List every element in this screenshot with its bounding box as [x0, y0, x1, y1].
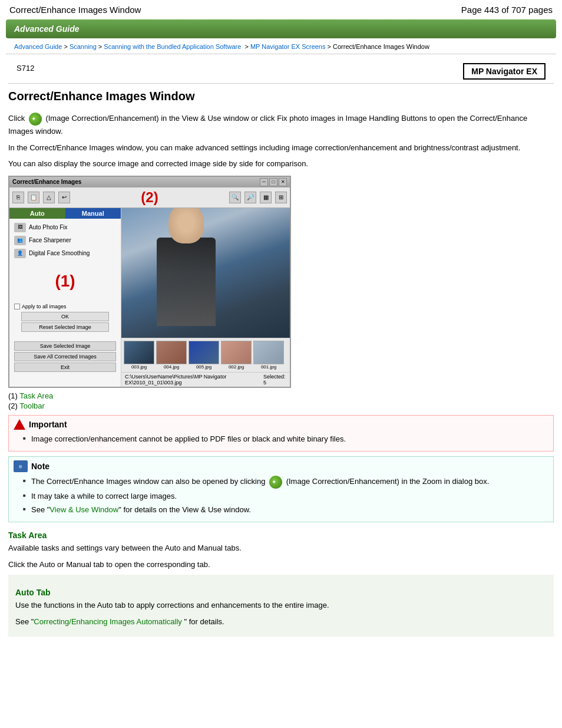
main-content: S712 MP Navigator EX Correct/Enhance Ima… — [0, 54, 562, 645]
note-header: Note — [9, 457, 553, 473]
note-box: Note The Correct/Enhance Images window c… — [8, 456, 554, 522]
auto-photo-fix-icon: 🖼 — [14, 223, 26, 232]
option-face-sharpener[interactable]: 👥 Face Sharpener — [9, 234, 121, 247]
note-content: The Correct/Enhance Images window can al… — [9, 473, 553, 522]
auto-tab-para-2-prefix: See " — [15, 617, 34, 626]
toolbar-copy-icon[interactable]: ⎘ — [12, 192, 24, 203]
thumb-img-001 — [253, 341, 284, 364]
note-icon — [14, 460, 28, 472]
reset-button[interactable]: Reset Selected Image — [21, 322, 109, 332]
correcting-images-link[interactable]: Correcting/Enhancing Images Automaticall… — [34, 617, 184, 626]
important-heading: Important — [29, 420, 67, 429]
advanced-guide-label: Advanced Guide — [14, 24, 79, 34]
thumb-img-004 — [156, 341, 187, 364]
ref-label-1-prefix: (1) — [8, 391, 19, 400]
ref-label-2-prefix: (2) — [8, 401, 19, 410]
save-all-button[interactable]: Save All Corrected Images — [14, 352, 116, 361]
toolbar-link[interactable]: Toolbar — [19, 401, 45, 410]
apply-all-checkbox[interactable] — [14, 304, 20, 309]
screenshot-toolbar: ⎘ 📋 △ ↩ (2) 🔍 🔎 ▦ ⊞ — [9, 187, 290, 208]
breadcrumb-mp-navigator-screens[interactable]: MP Navigator EX Screens — [250, 43, 326, 50]
thumb-002[interactable]: 002.jpg — [221, 341, 252, 370]
task-area-heading: Task Area — [8, 531, 554, 540]
exit-button[interactable]: Exit — [14, 363, 116, 372]
note-item-1: The Correct/Enhance Images window can al… — [23, 476, 548, 489]
auto-tab-para-2: See "Correcting/Enhancing Images Automat… — [15, 616, 547, 628]
note-item-3: See "View & Use Window" for details on t… — [23, 504, 548, 516]
title-divider — [8, 83, 554, 84]
body-para-3: You can also display the source image an… — [8, 158, 554, 170]
screenshot-container: Correct/Enhance Images ─ □ ✕ ⎘ 📋 △ ↩ (2)… — [8, 176, 291, 388]
thumb-003[interactable]: 003.jpg — [124, 341, 154, 370]
option-auto-photo-fix-label: Auto Photo Fix — [29, 224, 68, 230]
thumb-img-002 — [221, 341, 252, 364]
page-main-title: Correct/Enhance Images Window — [8, 90, 554, 106]
ok-button-row: OK Reset Selected Image — [9, 311, 121, 334]
thumb-label-005: 005.jpg — [196, 364, 211, 370]
toolbar-redo-icon[interactable]: ↩ — [58, 192, 70, 203]
reference-labels: (1) Task Area (2) Toolbar — [8, 391, 554, 410]
screenshot-right-panel: 003.jpg 004.jpg 005.jpg 002.jpg — [121, 208, 290, 387]
status-selected: Selected: 5 — [263, 374, 286, 386]
maximize-button[interactable]: □ — [269, 178, 277, 186]
important-item-1: Image correction/enhancement cannot be a… — [23, 433, 548, 445]
toolbar-undo-icon[interactable]: △ — [43, 192, 55, 203]
body-para-2: In the Correct/Enhance Images window, yo… — [8, 142, 554, 154]
screenshot-body: Auto Manual 🖼 Auto Photo Fix 👥 Face Shar… — [9, 208, 290, 387]
thumb-005[interactable]: 005.jpg — [189, 341, 219, 370]
view-use-window-link[interactable]: View & Use Window — [49, 505, 118, 514]
close-button[interactable]: ✕ — [279, 178, 287, 186]
thumb-label-001: 001.jpg — [261, 364, 276, 370]
note-heading: Note — [31, 462, 49, 471]
status-path: C:\Users\UserName\Pictures\MP Navigator … — [125, 374, 263, 386]
tab-manual[interactable]: Manual — [65, 208, 121, 219]
tab-auto[interactable]: Auto — [9, 208, 65, 219]
thumb-001[interactable]: 001.jpg — [253, 341, 284, 370]
note-correction-icon — [269, 476, 282, 489]
window-title: Correct/Enhance Images Window — [9, 5, 141, 15]
ref-label-1: (1) Task Area — [8, 391, 554, 400]
auto-tab-para-2-suffix: " for details. — [184, 617, 224, 626]
thumb-img-005 — [189, 341, 219, 364]
thumb-label-004: 004.jpg — [164, 364, 179, 370]
breadcrumb: Advanced Guide > Scanning > Scanning wit… — [6, 41, 556, 54]
breadcrumb-bundled-software[interactable]: Scanning with the Bundled Application So… — [104, 43, 241, 50]
digital-face-smoothing-icon: 👤 — [14, 249, 26, 258]
thumb-label-002: 002.jpg — [229, 364, 244, 370]
task-area-link[interactable]: Task Area — [19, 391, 53, 400]
label-1: (1) — [9, 260, 121, 302]
titlebar-buttons: ─ □ ✕ — [260, 178, 287, 186]
main-image-preview — [121, 208, 290, 338]
breadcrumb-scanning[interactable]: Scanning — [70, 43, 97, 50]
ok-button[interactable]: OK — [21, 312, 109, 321]
auto-tab-para-1: Use the functions in the Auto tab to app… — [15, 599, 547, 611]
toolbar-settings-icon[interactable]: ⊞ — [275, 192, 287, 203]
auto-tab-heading: Auto Tab — [15, 588, 547, 597]
thumb-004[interactable]: 004.jpg — [156, 341, 187, 370]
page-header: Correct/Enhance Images Window Page 443 o… — [0, 0, 562, 17]
toolbar-paste-icon[interactable]: 📋 — [28, 192, 39, 203]
minimize-button[interactable]: ─ — [260, 178, 268, 186]
toolbar-view-icon[interactable]: ▦ — [260, 192, 272, 203]
important-box: Important Image correction/enhancement c… — [8, 415, 554, 452]
screenshot-tabs: Auto Manual — [9, 208, 121, 219]
screenshot-left-panel: Auto Manual 🖼 Auto Photo Fix 👥 Face Shar… — [9, 208, 121, 387]
model-badge-area: MP Navigator EX — [8, 63, 554, 80]
toolbar-zoom-in-icon[interactable]: 🔍 — [229, 192, 241, 203]
apply-all-checkbox-row: Apply to all images — [9, 302, 121, 311]
save-selected-button[interactable]: Save Selected Image — [14, 341, 116, 351]
thumbnail-strip: 003.jpg 004.jpg 005.jpg 002.jpg — [121, 338, 290, 372]
option-digital-face-smoothing[interactable]: 👤 Digital Face Smoothing — [9, 247, 121, 260]
task-area-para-2: Click the Auto or Manual tab to open the… — [8, 559, 554, 571]
auto-tab-section: Auto Tab Use the functions in the Auto t… — [8, 575, 554, 637]
important-header: Important — [9, 416, 553, 431]
breadcrumb-advanced-guide[interactable]: Advanced Guide — [14, 43, 62, 50]
screenshot-title: Correct/Enhance Images — [12, 179, 81, 185]
option-auto-photo-fix[interactable]: 🖼 Auto Photo Fix — [9, 221, 121, 234]
advanced-guide-banner: Advanced Guide — [6, 19, 556, 38]
model-badge: MP Navigator EX — [463, 63, 546, 80]
toolbar-zoom-out-icon[interactable]: 🔎 — [244, 192, 256, 203]
ref-label-2: (2) Toolbar — [8, 401, 554, 410]
thumb-img-003 — [124, 341, 154, 364]
body-para-1: Click (Image Correction/Enhancement) in … — [8, 113, 554, 137]
